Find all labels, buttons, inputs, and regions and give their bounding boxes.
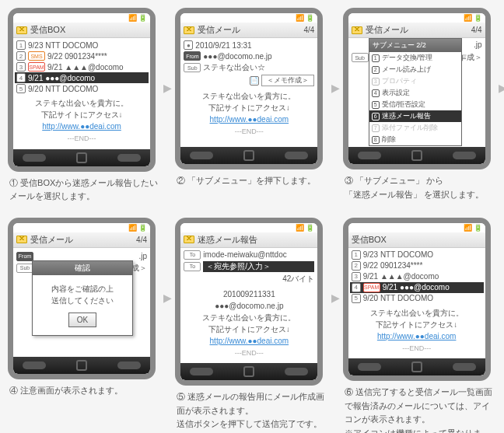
- phone-frame: 📶🔋 受信メール4/4 From.jpSub乍成＞確認内容をご確認の上送信してく…: [8, 218, 156, 379]
- mail-icon: [16, 26, 27, 34]
- soft-left[interactable]: [358, 363, 381, 371]
- submenu-item[interactable]: 3プロパティ: [369, 75, 461, 87]
- content: .jpSub乍成＞サブメニュー 2/21データ交換/管理2メール読み上げ3プロパ…: [348, 38, 485, 147]
- body-link[interactable]: http://www.●●deai.com: [42, 122, 121, 131]
- home-button[interactable]: [243, 150, 254, 161]
- row-num: 5: [352, 294, 361, 303]
- list-item[interactable]: 39/21 ▲▲▲@docomo: [350, 271, 484, 282]
- content: 19/23 NTT DOCOMO2SMS9/22 0901234****3SPA…: [13, 38, 150, 149]
- mail-icon: [184, 236, 194, 243]
- step-num: ⑥: [345, 387, 353, 396]
- title-bar: 受信BOX: [13, 23, 150, 38]
- memo-row[interactable]: 📄＜メモ作成＞: [182, 74, 316, 87]
- soft-right[interactable]: [285, 368, 308, 375]
- list-item[interactable]: 59/20 NTT DOCOMO: [350, 293, 484, 304]
- phone-frame: 📶🔋 受信メール4/4 ●2010/9/21 13:31 From●●●@doc…: [175, 8, 323, 169]
- home-button[interactable]: [76, 360, 87, 371]
- list-item[interactable]: 59/20 NTT DOCOMO: [15, 83, 149, 94]
- status-bar: 📶🔋: [180, 223, 317, 232]
- submenu-item[interactable]: 7添付ファイル削除: [369, 122, 461, 134]
- to2-row[interactable]: To＜宛先参照/入力＞: [182, 260, 316, 273]
- soft-left[interactable]: [190, 368, 213, 375]
- from-row: From●●●@docomo.ne.jp: [182, 51, 316, 61]
- submenu-item[interactable]: 2メール読み上げ: [369, 64, 461, 75]
- home-button[interactable]: [411, 150, 422, 161]
- soft-right[interactable]: [453, 152, 476, 159]
- row-text: 9/21 ▲▲▲@docomo: [363, 272, 482, 281]
- screen: 📶🔋 迷惑メール報告 Toimode-meiwaku@nttdoc To＜宛先参…: [180, 223, 317, 381]
- title-bar: 受信メール4/4: [348, 23, 485, 38]
- sub-row: Subステキな出会い☆: [182, 61, 316, 74]
- step-num: ①: [9, 178, 18, 187]
- status-bar: 📶🔋: [13, 223, 150, 232]
- screen: 📶🔋 受信メール4/4 .jpSub乍成＞サブメニュー 2/21データ交換/管理…: [348, 13, 485, 164]
- submenu-item[interactable]: 1データ交換/管理: [369, 52, 461, 64]
- arrow-icon: ▶: [163, 292, 172, 304]
- row-num: 4: [16, 73, 26, 82]
- home-button[interactable]: [76, 152, 87, 163]
- soft-right[interactable]: [117, 154, 141, 162]
- row-num: 2: [352, 261, 361, 271]
- step-3: 📶🔋 受信メール4/4 .jpSub乍成＞サブメニュー 2/21データ交換/管理…: [343, 8, 496, 208]
- badge: SPAM: [28, 62, 45, 72]
- row-num: 4: [352, 283, 361, 292]
- screen: 📶🔋 受信メール4/4 ●2010/9/21 13:31 From●●●@doc…: [180, 13, 317, 164]
- row-text: 9/20 NTT DOCOMO: [363, 294, 482, 302]
- caption: ① 受信BOXから迷惑メール報告したいメールを選択します。: [8, 172, 161, 208]
- bottom-bar: [13, 357, 150, 374]
- screen-title: 受信BOX: [30, 24, 147, 36]
- step-5: 📶🔋 迷惑メール報告 Toimode-meiwaku@nttdoc To＜宛先参…: [175, 218, 328, 433]
- dialog-body: 内容をご確認の上送信してくださいOK: [33, 275, 132, 335]
- row-text: 9/21 ▲▲▲@docomo: [47, 63, 147, 72]
- screen-title: 受信メール: [30, 234, 136, 246]
- soft-left[interactable]: [23, 361, 46, 369]
- home-button[interactable]: [411, 361, 422, 372]
- home-button[interactable]: [243, 366, 254, 377]
- arrow-icon: ▶: [163, 82, 172, 94]
- soft-left[interactable]: [358, 152, 381, 159]
- body-link[interactable]: http://www.●●deai.com: [377, 332, 457, 340]
- row-text: 9/20 NTT DOCOMO: [28, 85, 147, 93]
- end-marker: ---END---: [68, 134, 96, 142]
- counter: 4/4: [136, 236, 147, 244]
- list-item[interactable]: 2SMS9/22 0901234****: [15, 51, 149, 61]
- bottom-bar: [180, 147, 317, 164]
- list-item[interactable]: 29/22 0901234****: [350, 260, 484, 271]
- list-item[interactable]: 19/23 NTT DOCOMO: [15, 40, 149, 51]
- soft-left[interactable]: [23, 154, 46, 162]
- status-bar: 📶🔋: [348, 223, 485, 232]
- row-num: 1: [16, 40, 26, 50]
- list-item[interactable]: 4SPAM9/21 ●●●@docomo: [350, 282, 484, 293]
- mail-body: ステキな出会いを貴方に。下記サイトにアクセス↓http://www.●●deai…: [350, 304, 484, 358]
- row-text: 9/22 0901234****: [47, 52, 147, 61]
- list-item[interactable]: 19/23 NTT DOCOMO: [350, 250, 484, 260]
- submenu-item[interactable]: 6迷惑メール報告: [369, 110, 461, 122]
- to-row: Toimode-meiwaku@nttdoc: [182, 250, 316, 260]
- row-num: 2: [16, 51, 26, 61]
- content: From.jpSub乍成＞確認内容をご確認の上送信してくださいOK: [13, 248, 150, 357]
- screen: 📶🔋 受信BOX 19/23 NTT DOCOMO2SMS9/22 090123…: [13, 13, 150, 166]
- screen-title: 受信BOX: [352, 234, 482, 246]
- mail-icon: [16, 236, 27, 243]
- submenu-item[interactable]: 5受信/拒否設定: [369, 99, 461, 110]
- screen-title: 迷惑メール報告: [198, 234, 314, 246]
- submenu-item[interactable]: 8削除: [369, 134, 461, 145]
- soft-right[interactable]: [453, 363, 476, 371]
- date-row: ●2010/9/21 13:31: [182, 40, 316, 51]
- phone-frame: 📶🔋 迷惑メール報告 Toimode-meiwaku@nttdoc To＜宛先参…: [175, 218, 323, 386]
- submenu-item[interactable]: 4表示設定: [369, 87, 461, 99]
- title-bar: 受信メール4/4: [13, 232, 150, 248]
- step-6: 📶🔋 受信BOX 19/23 NTT DOCOMO29/22 0901234**…: [343, 218, 496, 433]
- list-item[interactable]: 3SPAM9/21 ▲▲▲@docomo: [15, 61, 149, 72]
- soft-right[interactable]: [117, 361, 141, 369]
- soft-left[interactable]: [190, 152, 213, 159]
- submenu: サブメニュー 2/21データ交換/管理2メール読み上げ3プロパティ4表示設定5受…: [369, 38, 462, 146]
- soft-right[interactable]: [285, 152, 308, 159]
- ok-button[interactable]: OK: [68, 313, 96, 327]
- row-text: 9/21 ●●●@docomo: [28, 74, 147, 82]
- mail-body: ステキな出会いを貴方に。下記サイトにアクセス↓http://www.●●deai…: [182, 87, 316, 141]
- body-link[interactable]: http://www.●●deai.com: [210, 115, 289, 124]
- status-bar: 📶🔋: [180, 13, 317, 23]
- list-item[interactable]: 49/21 ●●●@docomo: [15, 72, 149, 83]
- status-bar: 📶🔋: [348, 13, 485, 23]
